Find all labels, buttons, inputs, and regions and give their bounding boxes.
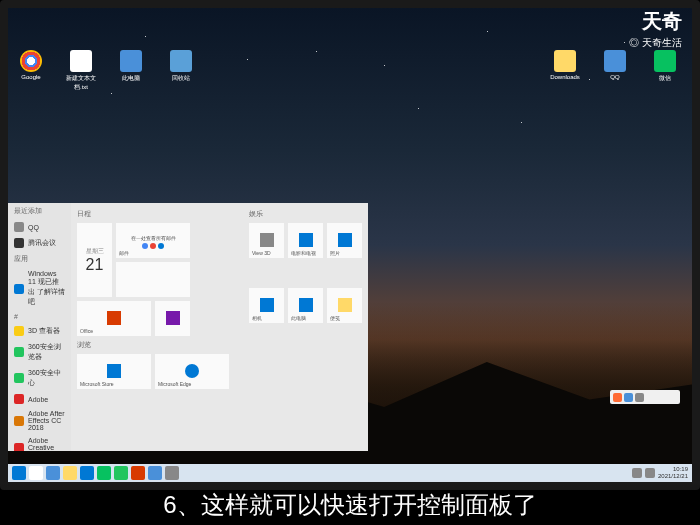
app-button[interactable] [131, 466, 145, 480]
store-icon [107, 364, 121, 378]
tile-mail[interactable]: 在一处查看所有邮件 邮件 [116, 223, 190, 258]
app-adobe[interactable]: Adobe [8, 391, 71, 407]
tray-icon[interactable] [632, 468, 642, 478]
app-meeting[interactable]: 腾讯会议 [8, 235, 71, 251]
app-qq[interactable]: QQ [8, 219, 71, 235]
taskview-button[interactable] [46, 466, 60, 480]
tile-camera[interactable]: 相机 [249, 288, 284, 323]
tile-msstore[interactable]: Microsoft Store [77, 354, 151, 389]
desktop-icon-downloads[interactable]: Downloads [546, 50, 584, 83]
taskbar: 10:19 2021/12/21 [8, 464, 692, 482]
desktop-icon-recycle[interactable]: 回收站 [162, 50, 200, 92]
wechat-button[interactable] [97, 466, 111, 480]
start-menu-app-list: 最近添加 QQ 腾讯会议 应用 Windows 11 现已推出 了解详情吧 # … [8, 203, 71, 451]
tile-onenote[interactable] [155, 301, 190, 336]
360-icon [14, 373, 24, 383]
desktop-icons-right: Downloads QQ 微信 [546, 50, 684, 83]
ime-opt-icon [635, 393, 644, 402]
watermark-main: 天奇 [642, 8, 682, 35]
folder-icon [554, 50, 576, 72]
file-icon [70, 50, 92, 72]
movies-icon [299, 233, 313, 247]
app-button-3[interactable] [165, 466, 179, 480]
photos-icon [338, 233, 352, 247]
taskbar-clock[interactable]: 10:19 2021/12/21 [658, 466, 688, 479]
tile-edge[interactable]: Microsoft Edge [155, 354, 229, 389]
ime-mode-icon [624, 393, 633, 402]
windows-icon [14, 284, 24, 294]
app-360safe[interactable]: 360安全中心 [8, 365, 71, 391]
desktop-icon-chrome[interactable]: Google [12, 50, 50, 92]
start-button[interactable] [12, 466, 26, 480]
cc-icon [14, 443, 24, 452]
edge-button[interactable] [80, 466, 94, 480]
tile-spacer[interactable] [116, 262, 190, 297]
tile-movies[interactable]: 电影和电视 [288, 223, 323, 258]
tile-calendar[interactable]: 星期三 21 [77, 223, 112, 297]
pc-icon [120, 50, 142, 72]
pc-icon [299, 298, 313, 312]
meeting-icon [14, 238, 24, 248]
desktop-screen: 天奇 ◎ 天奇生活 Google 新建文本文档.txt 此电脑 回收站 Down… [0, 0, 700, 490]
app-360browser[interactable]: 360安全浏览器 [8, 339, 71, 365]
app-3dviewer[interactable]: 3D 查看器 [8, 323, 71, 339]
app-cc[interactable]: Adobe Creative Cloud [8, 434, 71, 451]
explorer-button[interactable] [63, 466, 77, 480]
sogou-icon [613, 393, 622, 402]
tray-icon-2[interactable] [645, 468, 655, 478]
tile-office[interactable]: Office [77, 301, 151, 336]
edge-icon [185, 364, 199, 378]
desktop-icon-thispc[interactable]: 此电脑 [112, 50, 150, 92]
start-menu-tiles: 日程 星期三 21 在一处查看所有邮件 邮件 [71, 203, 368, 451]
video-caption: 6、这样就可以快速打开控制面板了 [0, 481, 700, 525]
camera-icon [260, 298, 274, 312]
watermark-sub: ◎ 天奇生活 [629, 36, 682, 50]
section-explore: 浏览 [77, 340, 229, 350]
tile-view3d[interactable]: View 3D [249, 223, 284, 258]
qq-icon [604, 50, 626, 72]
wechat-icon [654, 50, 676, 72]
sticky-icon [338, 298, 352, 312]
tile-photos[interactable]: 照片 [327, 223, 362, 258]
3d-icon [260, 233, 274, 247]
app-button-2[interactable] [148, 466, 162, 480]
360-button[interactable] [114, 466, 128, 480]
ime-toolbar[interactable] [610, 390, 680, 404]
tile-sticky[interactable]: 便笺 [327, 288, 362, 323]
list-header: # [8, 310, 71, 323]
desktop-icon-qq[interactable]: QQ [596, 50, 634, 83]
ae-icon [14, 416, 24, 426]
recycle-icon [170, 50, 192, 72]
tile-thispc[interactable]: 此电脑 [288, 288, 323, 323]
apps-header: 应用 [8, 251, 71, 267]
section-play: 娱乐 [249, 209, 362, 219]
desktop-icon-wechat[interactable]: 微信 [646, 50, 684, 83]
pinned-header: 最近添加 [8, 203, 71, 219]
app-ae[interactable]: Adobe After Effects CC 2018 [8, 407, 71, 434]
chrome-icon [20, 50, 42, 72]
360-icon [14, 347, 24, 357]
desktop-icons-left: Google 新建文本文档.txt 此电脑 回收站 [12, 50, 200, 92]
section-daily: 日程 [77, 209, 229, 219]
start-menu: 最近添加 QQ 腾讯会议 应用 Windows 11 现已推出 了解详情吧 # … [8, 203, 368, 451]
app-win11[interactable]: Windows 11 现已推出 了解详情吧 [8, 267, 71, 310]
search-button[interactable] [29, 466, 43, 480]
qq-icon [14, 222, 24, 232]
onenote-icon [166, 311, 180, 325]
adobe-icon [14, 394, 24, 404]
desktop-icon-textfile[interactable]: 新建文本文档.txt [62, 50, 100, 92]
office-icon [107, 311, 121, 325]
3d-icon [14, 326, 24, 336]
